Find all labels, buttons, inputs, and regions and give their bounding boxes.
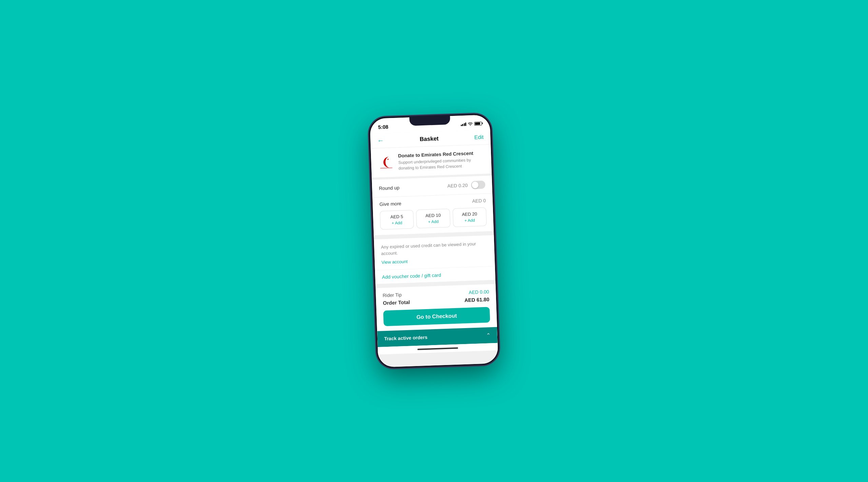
signal-icon bbox=[460, 122, 466, 126]
donate-20-add: + Add bbox=[464, 218, 475, 223]
edit-button[interactable]: Edit bbox=[474, 134, 484, 140]
donate-10-button[interactable]: AED 10 + Add bbox=[416, 208, 450, 228]
track-orders-label: Track active orders bbox=[384, 335, 428, 341]
round-up-amount: AED 0.20 bbox=[447, 182, 468, 188]
nav-title: Basket bbox=[419, 135, 438, 143]
give-more-amount: AED 0 bbox=[472, 198, 486, 203]
checkout-button[interactable]: Go to Checkout bbox=[383, 307, 490, 326]
order-summary: Rider Tip AED 0.00 Order Total AED 61.80… bbox=[376, 284, 497, 331]
donate-20-button[interactable]: AED 20 + Add bbox=[452, 207, 487, 227]
donation-text: Donate to Emirates Red Crescent Support … bbox=[398, 150, 485, 171]
donate-10-add: + Add bbox=[428, 219, 439, 224]
round-up-right: AED 0.20 bbox=[447, 180, 486, 190]
donate-5-button[interactable]: AED 5 + Add bbox=[380, 210, 414, 229]
rider-tip-amount: AED 0.00 bbox=[469, 289, 489, 295]
donation-amount-buttons: AED 5 + Add AED 10 + Add AED 20 + Add bbox=[380, 207, 487, 229]
emirates-red-crescent-logo: ✦ bbox=[378, 153, 395, 170]
chevron-up-icon: ⌃ bbox=[486, 332, 491, 338]
status-time: 5:08 bbox=[378, 124, 389, 130]
give-more-label: Give more bbox=[379, 201, 401, 207]
donation-card: ✦ Donate to Emirates Red Crescent Suppor… bbox=[371, 144, 492, 178]
svg-rect-0 bbox=[378, 153, 395, 170]
donate-5-amount: AED 5 bbox=[390, 214, 403, 219]
phone-screen: 5:08 bbox=[370, 115, 498, 367]
give-more-row: Give more AED 0 bbox=[379, 198, 486, 207]
donate-20-amount: AED 20 bbox=[462, 211, 477, 217]
order-total-label: Order Total bbox=[383, 299, 410, 306]
round-up-label: Round up bbox=[379, 185, 399, 191]
screen-content: ✦ Donate to Emirates Red Crescent Suppor… bbox=[371, 144, 498, 367]
give-more-section: Give more AED 0 AED 5 + Add AED 10 + Add bbox=[372, 193, 494, 235]
notch bbox=[409, 115, 450, 126]
battery-icon bbox=[474, 121, 482, 125]
back-button[interactable]: ← bbox=[377, 137, 384, 145]
status-icons bbox=[460, 121, 482, 126]
home-bar bbox=[417, 347, 458, 350]
credit-section: Any expired or used credit can be viewed… bbox=[374, 235, 495, 270]
donation-description: Support underprivileged communities by d… bbox=[398, 157, 485, 171]
order-total-amount: AED 61.80 bbox=[464, 296, 489, 303]
donate-5-add: + Add bbox=[392, 220, 402, 225]
rider-tip-label: Rider Tip bbox=[382, 292, 402, 298]
scene: 5:08 bbox=[0, 0, 868, 482]
donate-10-amount: AED 10 bbox=[426, 213, 441, 218]
order-total-row: Order Total AED 61.80 bbox=[383, 296, 489, 306]
wifi-icon bbox=[468, 121, 473, 126]
credit-text: Any expired or used credit can be viewed… bbox=[381, 240, 488, 257]
svg-text:✦: ✦ bbox=[387, 158, 389, 161]
round-up-toggle[interactable] bbox=[471, 180, 486, 189]
toggle-thumb bbox=[472, 181, 479, 188]
view-account-link[interactable]: View account bbox=[381, 259, 408, 265]
phone-frame: 5:08 bbox=[369, 114, 499, 368]
round-up-row: Round up AED 0.20 bbox=[379, 180, 486, 192]
